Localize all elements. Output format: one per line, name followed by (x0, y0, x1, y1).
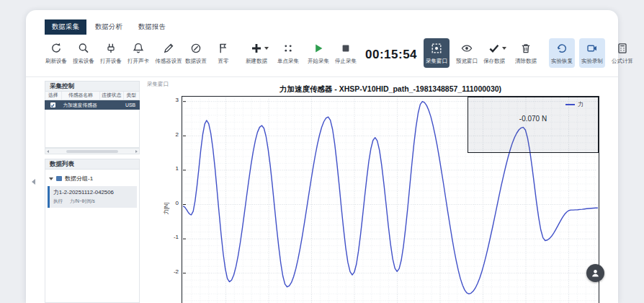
sensor-checkbox-cell (45, 102, 61, 107)
toolbar-label: 打开设备 (100, 58, 122, 65)
y-tick-label: 3 (166, 97, 179, 103)
data-group-row[interactable]: 数据分组-1 (45, 173, 139, 184)
toolbar-label: 实验恢复 (551, 58, 573, 65)
horizontal-scrollbar[interactable] (45, 148, 140, 154)
preview-window-button[interactable]: 预览窗口 (454, 38, 480, 68)
refresh-icon (49, 41, 63, 56)
open-device-button[interactable]: 打开设备 (98, 38, 124, 68)
experiment-restore-button[interactable]: 实验恢复 (549, 38, 575, 68)
toolbar-label: 保存数据 (483, 58, 505, 65)
toolbar-label: 搜索设备 (73, 58, 94, 65)
open-soundcard-button[interactable]: 打开声卡 (125, 38, 151, 68)
flag-icon (216, 41, 231, 56)
tab-data-collect[interactable]: 数据采集 (45, 19, 86, 35)
y-tick-label: 1 (166, 165, 179, 172)
toolbar-label: 打开声卡 (128, 58, 149, 65)
eye-icon (460, 41, 474, 56)
y-tick-label: -2 (166, 268, 179, 275)
chevron-down-icon (264, 47, 269, 50)
experiment-record-button[interactable]: 实验录制 (579, 38, 605, 68)
pane-title: 采集窗口 (147, 81, 169, 88)
toolbar-label: 单点采集 (277, 58, 299, 65)
zero-button[interactable]: 置零 (210, 38, 236, 68)
data-list-tree: 数据分组-1 力1-2-20251112-042506 执行 力/N~时间/s (45, 170, 140, 303)
collection-timer: 00:15:54 (365, 38, 417, 71)
toolbar: 刷新设备 搜索设备 打开设备 打开声卡 传感器设置 数据设置 置零 新建数据 (43, 38, 612, 74)
toolbar-label: 传感器设置 (155, 58, 182, 65)
scroll-right-icon[interactable] (135, 150, 138, 153)
sensor-table-row[interactable]: 力加速度传感器 USB (45, 100, 140, 110)
collect-window-button[interactable]: 采集窗口 (424, 38, 450, 68)
scroll-left-icon[interactable] (47, 150, 49, 153)
column-select: 选择 (45, 92, 62, 100)
toolbar-label: 预览窗口 (456, 58, 478, 65)
pen-icon (161, 41, 176, 56)
toolbar-label: 采集窗口 (426, 58, 447, 65)
trash-icon (519, 41, 533, 56)
y-tick-label: -1 (166, 234, 179, 240)
toolbar-label: 公式计算 (612, 58, 633, 65)
toolbar-label: 数据设置 (185, 58, 207, 65)
data-record-meta: 力/N~时间/s (70, 198, 95, 205)
folder-icon (56, 176, 62, 181)
toolbar-label: 实验录制 (581, 58, 603, 65)
toolbar-label: 置零 (218, 58, 229, 65)
data-record-tag: 执行 (53, 198, 63, 205)
person-icon (591, 268, 600, 278)
tab-data-analysis[interactable]: 数据分析 (88, 19, 130, 35)
undo-icon (555, 41, 569, 56)
sensor-settings-button[interactable]: 传感器设置 (156, 38, 182, 68)
main-tabs: 数据采集 数据分析 数据报告 (45, 19, 173, 35)
check-icon (487, 41, 501, 56)
toolbar-label: 新建数据 (246, 58, 267, 65)
toolbar-label: 停止采集 (335, 58, 357, 65)
start-collect-button[interactable]: 开始采集 (305, 38, 331, 68)
sensor-type: USB (122, 102, 138, 107)
play-icon (311, 41, 326, 56)
stop-collect-button[interactable]: 停止采集 (333, 38, 359, 68)
toolbar-label: 刷新设备 (45, 58, 67, 65)
plus-icon (249, 41, 264, 56)
scrollbar-thumb[interactable] (66, 150, 118, 153)
data-record-title: 力1-2-20251112-042506 (53, 188, 134, 196)
collect-control-header: 采集控制 (45, 81, 140, 92)
toolbar-divider (26, 76, 618, 77)
legend-line-icon (565, 104, 575, 105)
data-settings-button[interactable]: 数据设置 (183, 38, 209, 68)
target-icon (429, 41, 444, 56)
tree-expand-icon[interactable] (49, 177, 53, 180)
user-avatar-button[interactable] (586, 264, 604, 282)
clear-data-button[interactable]: 清除数据 (513, 38, 539, 68)
y-tick-label: 2 (166, 131, 179, 138)
dots-icon (281, 41, 295, 56)
point-collect-button[interactable]: 单点采集 (275, 38, 301, 68)
sidebar-collapse-handle[interactable] (32, 179, 35, 185)
search-icon (76, 41, 91, 56)
new-data-button[interactable]: 新建数据 (243, 38, 269, 68)
app-window: 数据采集 数据分析 数据报告 刷新设备 搜索设备 打开设备 打开声卡 传感器设置… (0, 0, 644, 303)
sensor-checkbox[interactable] (50, 102, 55, 107)
video-icon (585, 41, 599, 56)
chart-legend: 力 (565, 100, 583, 108)
column-connect-status: 连接状态 (100, 92, 123, 100)
refresh-device-button[interactable]: 刷新设备 (43, 38, 69, 68)
save-data-button[interactable]: 保存数据 (481, 38, 507, 68)
data-record-item[interactable]: 力1-2-20251112-042506 执行 力/N~时间/s (48, 186, 137, 208)
sensor-name: 力加速度传感器 (61, 102, 99, 109)
sensor-table-header: 选择 传感器名称 连接状态 类型 (45, 92, 140, 100)
legend-label: 力 (578, 100, 583, 108)
chevron-down-icon (502, 47, 506, 50)
sensor-list-empty-area (45, 110, 140, 148)
data-list-header: 数据列表 (45, 159, 140, 170)
plug-icon (104, 41, 118, 56)
bell-icon (131, 41, 146, 56)
column-sensor-name: 传感器名称 (62, 92, 101, 100)
data-group-label: 数据分组-1 (65, 175, 93, 183)
search-device-button[interactable]: 搜索设备 (71, 38, 97, 68)
measurement-annotation: -0.070 N (519, 115, 547, 123)
stop-icon (339, 41, 353, 56)
column-type: 类型 (124, 92, 140, 100)
formula-calc-button[interactable]: 公式计算 (609, 38, 635, 68)
chart-title: 力加速度传感器 - XHSP-V10HID_path_-1981348857_1… (182, 84, 599, 95)
tab-data-report[interactable]: 数据报告 (131, 19, 173, 35)
